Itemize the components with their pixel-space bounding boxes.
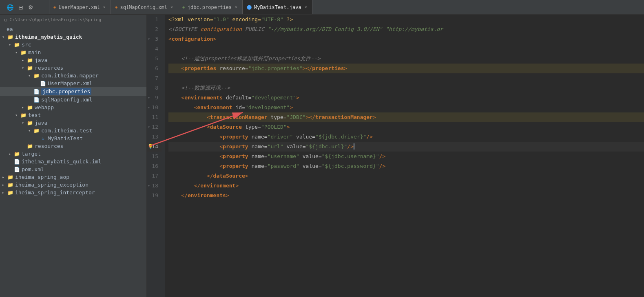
- tab-usermapper[interactable]: ◈ UserMapper.xml ×: [49, 0, 111, 14]
- tree-com-itheima-mapper[interactable]: 📁 com.itheima.mapper: [0, 72, 146, 79]
- line-num-12: ▾ 12: [147, 122, 162, 132]
- line-num-14: 💡 14: [147, 142, 162, 152]
- code-line-16: <property name="password" value="${jdbc.…: [168, 161, 644, 171]
- tree-spring-aop[interactable]: 📁 iheima_spring_aop: [0, 173, 146, 181]
- mybatistest-java-icon: ☕: [39, 136, 46, 141]
- java2-folder-icon: 📁: [26, 120, 33, 126]
- tab-mybatistest-icon: ⬤: [247, 4, 252, 10]
- main-area: g C:\Users\Apple\IdeaProjects\Spring ea …: [0, 15, 644, 297]
- line-num-2: 2: [147, 24, 162, 34]
- src-folder-icon: 📁: [13, 42, 20, 48]
- java1-folder-icon: 📁: [26, 57, 33, 63]
- line-num-8: 8: [147, 83, 162, 93]
- tree-jdbc-properties[interactable]: 📄 jdbc.properties: [0, 87, 146, 96]
- label-sqlmapconfig: sqlMapConfig.xml: [41, 97, 92, 103]
- tab-usermapper-label: UserMapper.xml: [59, 4, 100, 10]
- tree-spring-exception[interactable]: 📁 iheima_spring_exception: [0, 181, 146, 189]
- line-num-17: 17: [147, 171, 162, 181]
- label-com-itheima-mapper: com.itheima.mapper: [41, 73, 99, 79]
- sidebar-label-ea: ea: [0, 25, 146, 33]
- tree-webapp[interactable]: 📁 webapp: [0, 103, 146, 111]
- fold-icon-18[interactable]: ▾: [148, 181, 150, 191]
- tree-java2[interactable]: 📁 java: [0, 119, 146, 127]
- spring-interceptor-folder-icon: 📁: [7, 190, 14, 196]
- tab-usermapper-close[interactable]: ×: [102, 4, 106, 10]
- pom-xml-icon: 📄: [13, 167, 20, 172]
- line-num-19: 19: [147, 191, 162, 200]
- tab-sqlmapconfig-close[interactable]: ×: [170, 4, 174, 10]
- tree-itheima-iml[interactable]: 📄 itheima_mybatis_quick.iml: [0, 158, 146, 165]
- globe-icon[interactable]: 🌐: [5, 3, 15, 11]
- spring-aop-folder-icon: 📁: [7, 174, 14, 180]
- editor-area: 1 2 ▾ 3 4 5 6 7 8 ▾ 9 ▾: [147, 15, 644, 297]
- code-line-17: </dataSource>: [168, 171, 644, 181]
- line-num-13: 13: [147, 132, 162, 142]
- tree-spring-interceptor[interactable]: 📁 iheima_spring_interceptor: [0, 189, 146, 196]
- arrow-test: [13, 113, 20, 117]
- tree-mybatistest[interactable]: ☕ MyBatisTest: [0, 134, 146, 142]
- target-folder-icon: 📁: [13, 151, 20, 157]
- folder-icon: 📁: [7, 34, 14, 40]
- settings-icon[interactable]: ⚙: [27, 3, 35, 11]
- fold-icon-3[interactable]: ▾: [148, 34, 150, 44]
- code-line-18: </environment>: [168, 181, 644, 191]
- label-spring-aop: iheima_spring_aop: [15, 174, 69, 180]
- fold-icon-9[interactable]: ▾: [148, 93, 150, 103]
- tab-jdbc-close[interactable]: ×: [234, 4, 238, 10]
- tab-jdbc[interactable]: ◈ jdbc.properties ×: [178, 0, 243, 14]
- usermapper-xml-icon: 📄: [39, 81, 46, 86]
- label-java1: java: [35, 57, 47, 63]
- tree-resources[interactable]: 📁 resources: [0, 64, 146, 72]
- tree-itheima-mybatis[interactable]: 📁 itheima_mybatis_quick: [0, 33, 146, 41]
- tab-mybatistest[interactable]: ⬤ MyBatisTest.java ×: [243, 0, 312, 14]
- arrow-com-test: [26, 128, 33, 133]
- tree-pom-xml[interactable]: 📄 pom.xml: [0, 165, 146, 173]
- code-area[interactable]: <?xml version="1.0" encoding="UTF-8" ?> …: [165, 15, 644, 297]
- fold-icon-12[interactable]: ▾: [148, 122, 150, 132]
- code-line-15: <property name="username" value="${jdbc.…: [168, 152, 644, 161]
- label-mybatistest: MyBatisTest: [48, 135, 83, 141]
- tree-usermapper-xml[interactable]: 📄 UserMapper.xml: [0, 79, 146, 87]
- tree-main[interactable]: 📁 main: [0, 48, 146, 56]
- code-line-8: <!--数据源环境-->: [168, 83, 644, 93]
- line-num-10: ▾ 10: [147, 103, 162, 112]
- tab-sqlmapconfig-icon: ◈: [115, 4, 118, 10]
- tree-resources2[interactable]: 📁 resources: [0, 142, 146, 150]
- minimize-icon[interactable]: —: [37, 3, 46, 11]
- code-line-6: <properties resource="jdbc.properties"><…: [168, 64, 644, 73]
- tab-mybatistest-close[interactable]: ×: [304, 4, 308, 10]
- arrow-java1: [20, 58, 26, 62]
- com-test-folder-icon: 📁: [33, 128, 40, 134]
- code-line-19: </environments>: [168, 191, 644, 200]
- editor-content: 1 2 ▾ 3 4 5 6 7 8 ▾ 9 ▾: [147, 15, 644, 297]
- label-pom-xml: pom.xml: [22, 166, 44, 172]
- tree-sqlmapconfig[interactable]: 📄 sqlMapConfig.xml: [0, 96, 146, 103]
- tab-list: ◈ UserMapper.xml × ◈ sqlMapConfig.xml × …: [49, 0, 312, 14]
- sidebar-ea: ea: [7, 26, 13, 32]
- tree-java1[interactable]: 📁 java: [0, 56, 146, 64]
- line-numbers: 1 2 ▾ 3 4 5 6 7 8 ▾ 9 ▾: [147, 15, 165, 297]
- code-line-10: <environment id="developement">: [168, 103, 644, 112]
- label-spring-interceptor: iheima_spring_interceptor: [15, 189, 95, 196]
- tree-test[interactable]: 📁 test: [0, 111, 146, 119]
- split-icon[interactable]: ⊟: [17, 3, 25, 11]
- line-num-18: ▾ 18: [147, 181, 162, 191]
- fold-icon-10[interactable]: ▾: [148, 103, 150, 112]
- test-folder-icon: 📁: [20, 112, 27, 118]
- tree-target[interactable]: 📁 target: [0, 150, 146, 158]
- editor-wrapper: 1 2 ▾ 3 4 5 6 7 8 ▾ 9 ▾: [147, 15, 644, 297]
- tree-com-itheima-test[interactable]: 📁 com.itheima.test: [0, 127, 146, 134]
- code-line-2: <!DOCTYPE configuration PUBLIC "-//mybat…: [168, 24, 644, 34]
- tab-sqlmapconfig[interactable]: ◈ sqlMapConfig.xml ×: [111, 0, 178, 14]
- label-src: src: [22, 42, 31, 48]
- arrow-java2: [20, 121, 26, 125]
- arrow-spring-aop: [0, 175, 7, 179]
- code-line-12: <dataSource type="POOLED">: [168, 122, 644, 132]
- line-num-9: ▾ 9: [147, 93, 162, 103]
- line-num-7: 7: [147, 73, 162, 83]
- arrow-itheima: [0, 35, 7, 39]
- tree-src[interactable]: 📁 src: [0, 41, 146, 48]
- label-usermapper-xml: UserMapper.xml: [48, 80, 93, 86]
- arrow-src: [7, 42, 13, 47]
- code-line-4: [168, 44, 644, 54]
